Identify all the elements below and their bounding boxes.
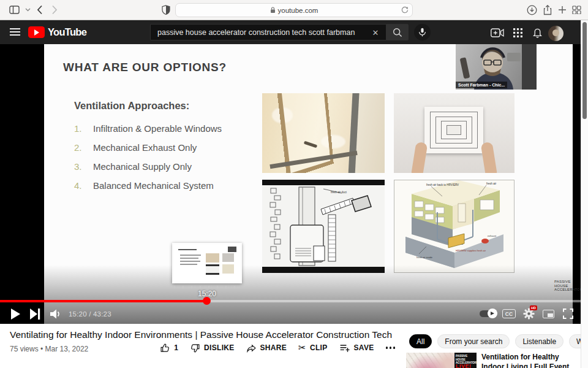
preview-filmstrip-ticks xyxy=(174,286,240,288)
scissors-icon: ✂ xyxy=(298,342,306,353)
scrollbar-thumb[interactable] xyxy=(582,22,587,119)
create-video-icon[interactable] xyxy=(491,26,504,39)
furnace-duct-diagram: fresh air duct xyxy=(262,180,385,273)
search-icon xyxy=(393,28,402,37)
list-item: 2. Mechanical Exhaust Only xyxy=(74,138,222,157)
reload-icon[interactable] xyxy=(401,6,409,14)
seek-bar-played xyxy=(0,300,207,302)
video-info-section: Ventilating for Healthy Indoor Environme… xyxy=(0,324,581,368)
chip-from-your-search[interactable]: From your search xyxy=(437,334,510,348)
download-icon[interactable] xyxy=(525,4,538,16)
video-title: Ventilating for Healthy Indoor Environme… xyxy=(10,329,396,340)
related-video[interactable]: PASSIVE HOUSE ACCELERATOR LIVE! Ventilat… xyxy=(406,353,581,368)
related-video-title[interactable]: Ventilation for Healthy Indoor Living | … xyxy=(481,353,581,368)
browser-toolbar: youtube.com xyxy=(0,0,588,20)
svg-text:HRV/ERV supplies fresh air: HRV/ERV supplies fresh air xyxy=(456,249,486,252)
search-area: ✕ xyxy=(150,24,431,40)
play-icon xyxy=(11,309,20,320)
tab-overview-icon[interactable] xyxy=(570,4,583,16)
volume-icon xyxy=(50,309,62,319)
related-thumbnail-badge: PASSIVE HOUSE ACCELERATOR LIVE! xyxy=(454,353,477,368)
miniplayer-button[interactable] xyxy=(540,304,557,324)
fullscreen-button[interactable] xyxy=(559,304,576,324)
view-count: 75 views xyxy=(10,345,39,353)
player-controls: 15:20 / 43:23 CC xyxy=(0,304,581,324)
share-arrow-icon xyxy=(246,343,257,353)
svg-text:fresh air duct: fresh air duct xyxy=(331,191,347,194)
slide-subheading: Ventilation Approaches: xyxy=(74,100,189,112)
next-button[interactable] xyxy=(27,304,43,324)
save-button[interactable]: SAVE xyxy=(339,343,374,353)
action-bar: 1 DISLIKE SHARE ✂ CLIP SAVE xyxy=(160,342,395,353)
youtube-logo-text: YouTube xyxy=(48,26,86,38)
settings-button[interactable]: HD xyxy=(520,304,537,324)
next-icon xyxy=(30,309,40,320)
share-icon[interactable] xyxy=(541,4,554,16)
page-scrollbar[interactable] xyxy=(581,20,588,368)
svg-text:fresh air inside: fresh air inside xyxy=(417,256,433,259)
related-thumbnail[interactable]: PASSIVE HOUSE ACCELERATOR LIVE! xyxy=(406,353,477,368)
more-icon xyxy=(386,347,396,349)
dislike-button[interactable]: DISLIKE xyxy=(190,343,234,353)
cc-icon: CC xyxy=(502,309,515,318)
slide-heading: WHAT ARE OUR OPTIONS? xyxy=(63,61,227,74)
list-item: 3. Mechanical Supply Only xyxy=(74,157,222,176)
svg-text:exhaust: exhaust xyxy=(488,234,497,237)
privacy-shield-icon[interactable] xyxy=(159,4,173,16)
autoplay-knob xyxy=(488,309,497,318)
filter-chips: All From your search Listenable Watched xyxy=(409,334,588,348)
forward-icon[interactable] xyxy=(48,4,61,16)
quality-badge: HD xyxy=(530,305,537,310)
chip-listenable[interactable]: Listenable xyxy=(515,334,564,348)
youtube-play-icon xyxy=(28,26,45,38)
back-icon[interactable] xyxy=(33,4,47,16)
miniplayer-icon xyxy=(543,310,554,318)
svg-text:fresh air: fresh air xyxy=(486,182,497,185)
chip-all[interactable]: All xyxy=(409,334,432,348)
webcam-overlay: Scott Farbman - Chic... xyxy=(456,44,537,90)
time-display: 15:20 / 43:23 xyxy=(69,304,111,324)
thumb-down-icon xyxy=(190,343,200,353)
new-tab-icon[interactable] xyxy=(556,4,569,16)
more-actions-button[interactable] xyxy=(386,347,396,349)
video-meta: 75 views • Mar 13, 2022 xyxy=(10,345,88,353)
voice-search-button[interactable] xyxy=(414,24,431,40)
lock-icon xyxy=(270,7,276,13)
menu-icon[interactable] xyxy=(10,28,20,38)
fullscreen-icon xyxy=(563,309,573,319)
house-cutaway-diagram: fresh air back to HRV/ERV fresh air HRV/… xyxy=(394,180,514,273)
search-input[interactable] xyxy=(150,24,386,40)
account-avatar[interactable] xyxy=(548,26,564,41)
play-button[interactable] xyxy=(7,304,23,324)
list-item: 4. Balanced Mechanical System xyxy=(74,176,222,195)
clip-button[interactable]: ✂ CLIP xyxy=(298,342,327,353)
notifications-bell-icon[interactable] xyxy=(530,26,544,39)
meta-separator: • xyxy=(40,345,43,353)
url-text: youtube.com xyxy=(278,7,318,14)
youtube-logo[interactable]: YouTube xyxy=(28,26,86,38)
ceiling-fan-grille-photo xyxy=(394,93,514,173)
upload-date: Mar 13, 2022 xyxy=(45,345,89,353)
slide-list: 1. Infiltration & Operable Windows 2. Me… xyxy=(74,119,222,195)
volume-button[interactable] xyxy=(48,304,64,324)
chevron-down-icon[interactable] xyxy=(21,4,34,16)
add-playlist-icon xyxy=(339,343,350,353)
like-button[interactable]: 1 xyxy=(160,343,178,353)
video-player[interactable]: WHAT ARE OUR OPTIONS? Ventilation Approa… xyxy=(0,44,581,324)
apps-grid-icon[interactable] xyxy=(511,26,524,39)
search-button[interactable] xyxy=(386,24,409,40)
clear-search-icon[interactable]: ✕ xyxy=(369,26,382,39)
sidebar-icon[interactable] xyxy=(7,4,21,16)
seek-bar[interactable] xyxy=(0,300,581,302)
share-button[interactable]: SHARE xyxy=(246,343,287,353)
webcam-name-label: Scott Farbman - Chic... xyxy=(456,82,507,88)
thumb-up-icon xyxy=(160,343,170,353)
youtube-header: YouTube ✕ xyxy=(0,20,581,44)
mic-icon xyxy=(418,28,426,37)
url-bar[interactable]: youtube.com xyxy=(175,3,413,17)
captions-button[interactable]: CC xyxy=(500,304,518,324)
list-item: 1. Infiltration & Operable Windows xyxy=(74,119,222,138)
seek-preview-thumbnail xyxy=(172,243,242,283)
autoplay-toggle[interactable] xyxy=(478,304,497,324)
svg-text:fresh air back to HRV/ERV: fresh air back to HRV/ERV xyxy=(426,183,459,186)
